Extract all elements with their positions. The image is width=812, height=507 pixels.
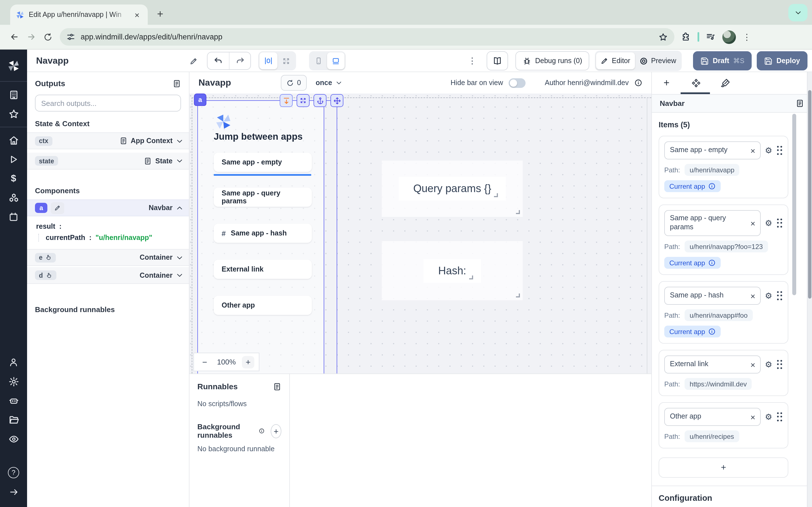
rename-app-icon[interactable] <box>190 50 198 72</box>
doc-icon[interactable] <box>273 382 282 391</box>
full-width-button[interactable] <box>277 52 295 69</box>
windmill-logo[interactable] <box>0 54 27 78</box>
mobile-view-button[interactable] <box>310 52 327 69</box>
favorites-icon[interactable] <box>0 104 27 123</box>
drag-handle[interactable] <box>777 412 783 421</box>
media-controls-icon[interactable] <box>706 32 716 42</box>
info-icon[interactable] <box>709 259 716 267</box>
gear-icon[interactable]: ⚙ <box>765 219 772 228</box>
folders-icon[interactable] <box>0 410 27 429</box>
variables-icon[interactable]: $ <box>0 169 27 188</box>
search-outputs-input[interactable] <box>35 95 181 112</box>
chevron-down-icon[interactable] <box>176 272 183 279</box>
browser-menu-icon[interactable]: ⋮ <box>743 32 751 42</box>
add-background-runnable-button[interactable]: + <box>271 424 282 438</box>
right-panel-scroll[interactable]: Items (5) Same app - empty × ⚙ <box>652 113 812 507</box>
path-value[interactable]: u/henri/recipes <box>684 431 739 442</box>
back-button[interactable] <box>6 29 22 45</box>
nav-item-external-link[interactable]: External link <box>214 260 312 279</box>
component-row-d[interactable]: d Container <box>27 267 189 284</box>
fit-width-button[interactable] <box>259 52 277 69</box>
run-mode-dropdown[interactable]: once <box>316 79 342 87</box>
more-options-icon[interactable]: ⋮ <box>468 50 476 72</box>
item-label-input[interactable]: External link × <box>664 355 760 374</box>
info-icon[interactable] <box>709 182 716 190</box>
gear-icon[interactable]: ⚙ <box>765 291 772 300</box>
deploy-button[interactable]: Deploy <box>757 51 807 70</box>
anchor-button[interactable] <box>313 94 326 107</box>
tab-close-icon[interactable]: × <box>132 10 142 20</box>
reload-button[interactable] <box>40 29 56 45</box>
clear-icon[interactable]: × <box>750 146 755 155</box>
selected-component-tag[interactable]: a <box>194 94 206 106</box>
component-row-e[interactable]: e Container <box>27 249 189 266</box>
desktop-view-button[interactable] <box>327 52 345 69</box>
resize-handle[interactable] <box>516 293 520 297</box>
nav-item-hash[interactable]: # Same app - hash <box>214 224 312 243</box>
clear-icon[interactable]: × <box>750 291 755 300</box>
tab-component-settings[interactable] <box>681 72 711 94</box>
redo-button[interactable] <box>229 52 250 69</box>
page-scrollbar-thumb[interactable] <box>808 90 811 298</box>
runs-icon[interactable] <box>0 150 27 169</box>
expand-sidebar-icon[interactable] <box>0 482 27 501</box>
drag-handle[interactable] <box>777 360 783 369</box>
info-icon[interactable] <box>635 79 642 87</box>
edit-id-icon[interactable] <box>51 202 64 214</box>
panel-scrollbar-thumb[interactable] <box>792 114 796 295</box>
info-icon[interactable] <box>709 328 716 335</box>
component-row-navbar[interactable]: a Navbar <box>27 200 189 216</box>
workers-icon[interactable] <box>0 391 27 410</box>
tab-styling[interactable] <box>711 72 740 94</box>
drag-handle[interactable] <box>777 291 783 300</box>
audit-logs-icon[interactable] <box>0 429 27 448</box>
resources-icon[interactable] <box>0 188 27 207</box>
output-row-state[interactable]: state State <box>27 153 189 170</box>
undo-button[interactable] <box>207 52 229 69</box>
resize-handle[interactable] <box>469 275 473 279</box>
item-label-input[interactable]: Other app × <box>664 408 760 426</box>
docs-button[interactable] <box>487 51 508 70</box>
container-hash[interactable]: Hash: <box>382 241 523 300</box>
item-label-input[interactable]: Same app - hash × <box>664 287 760 305</box>
home-icon[interactable] <box>0 131 27 150</box>
path-value[interactable]: https://windmill.dev <box>684 378 752 390</box>
navbar-component-selected[interactable]: Jump between apps Same app - empty Same … <box>197 100 324 374</box>
page-scrollbar[interactable] <box>807 72 812 507</box>
doc-icon[interactable] <box>172 79 181 88</box>
browser-tab[interactable]: Edit App u/henri/navapp | Win × <box>10 4 148 25</box>
item-label-input[interactable]: Same app - empty × <box>664 142 760 159</box>
nav-item-query-params[interactable]: Same app - query params <box>214 187 312 207</box>
container-query-params[interactable]: Query params {} <box>382 161 523 217</box>
user-icon[interactable] <box>0 353 27 372</box>
doc-icon[interactable] <box>796 99 804 108</box>
canvas[interactable]: Jump between apps Same app - empty Same … <box>190 94 651 374</box>
forward-button[interactable] <box>22 29 40 45</box>
clear-icon[interactable]: × <box>750 413 755 421</box>
zoom-out-button[interactable]: − <box>199 356 211 368</box>
path-value[interactable]: u/henri/navapp#foo <box>684 309 753 321</box>
gear-icon[interactable]: ⚙ <box>765 412 772 421</box>
gear-icon[interactable]: ⚙ <box>765 146 772 155</box>
draft-button[interactable]: Draft ⌘S <box>693 51 752 70</box>
resize-handle[interactable] <box>516 210 520 214</box>
help-icon[interactable]: ? <box>0 463 27 482</box>
nav-item-same-app-empty[interactable]: Same app - empty <box>214 153 312 172</box>
bookmark-star-icon[interactable] <box>659 33 668 41</box>
query-params-text-component[interactable]: Query params {} <box>399 177 506 201</box>
chevron-down-icon[interactable] <box>176 137 183 145</box>
drag-handle[interactable] <box>777 146 783 155</box>
expand-component-button[interactable] <box>297 94 310 107</box>
fill-height-button[interactable] <box>280 94 293 107</box>
refresh-count-button[interactable]: 0 <box>281 75 307 91</box>
settings-icon[interactable] <box>0 372 27 391</box>
editor-tab[interactable]: Editor <box>596 52 635 69</box>
path-value[interactable]: u/henri/navapp?foo=123 <box>684 240 768 252</box>
chevron-down-icon[interactable] <box>176 157 183 165</box>
debug-runs-button[interactable]: Debug runs (0) <box>515 51 590 70</box>
clear-icon[interactable]: × <box>750 219 755 227</box>
drag-handle[interactable] <box>777 218 783 228</box>
resize-handle[interactable] <box>494 193 498 197</box>
chevron-up-icon[interactable] <box>176 204 183 212</box>
profile-avatar[interactable] <box>722 30 736 44</box>
